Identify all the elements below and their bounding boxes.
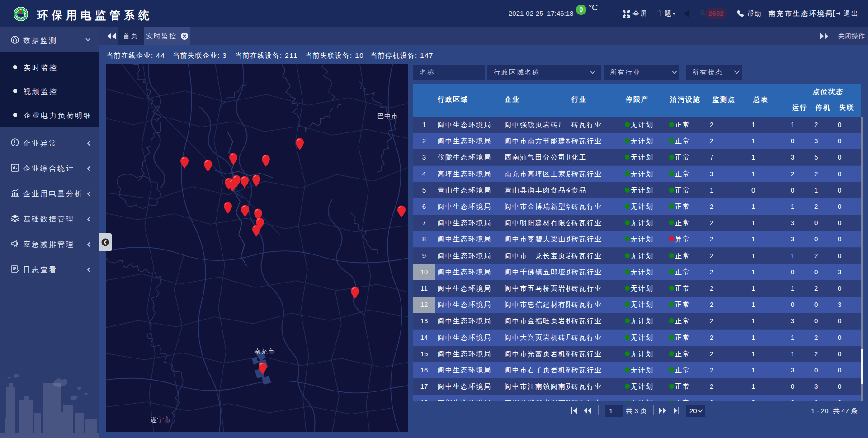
svg-text:巴中市: 巴中市 [377,112,398,120]
svg-text:南充市: 南充市 [254,347,274,355]
svg-text:遂宁市: 遂宁市 [150,416,170,424]
